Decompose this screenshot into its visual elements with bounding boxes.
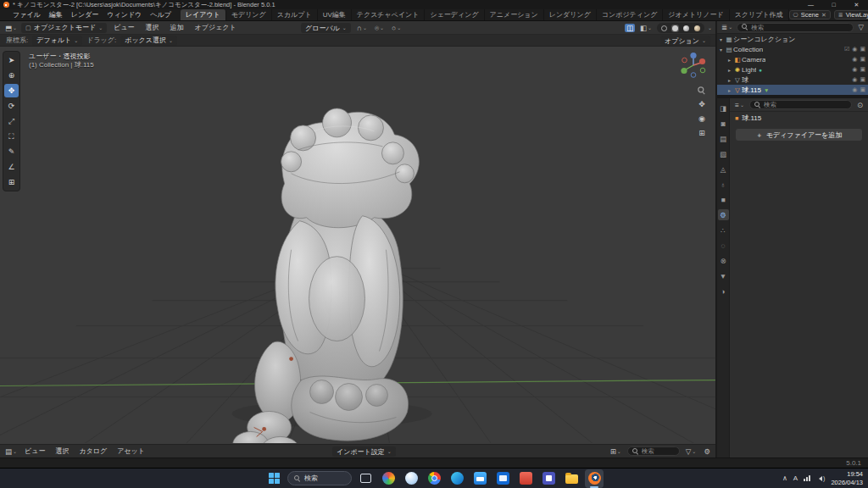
tab-texture-paint[interactable]: テクスチャペイント	[352, 9, 426, 20]
tab-particles[interactable]: ∴	[718, 225, 729, 236]
row-light[interactable]: ▸ ✺ Light ● ◉ ▣	[717, 64, 868, 75]
editor-type-button[interactable]: ⬒ ⌄	[3, 24, 19, 32]
tool-rotate[interactable]: ⟳	[4, 99, 19, 113]
tool-move[interactable]: ✥	[4, 84, 19, 97]
asset-menu-view[interactable]: ビュー	[20, 446, 49, 456]
scene-selector[interactable]: ⎔ Scene ✕	[789, 10, 831, 19]
menu-file[interactable]: ファイル	[8, 10, 45, 19]
account-button[interactable]	[379, 469, 398, 488]
eye-icon[interactable]: ◉	[852, 76, 857, 83]
camera-view-icon[interactable]: ◉	[698, 115, 705, 123]
app-red-button[interactable]	[516, 469, 535, 488]
tab-compositing[interactable]: コンポジティング	[597, 9, 664, 20]
eye-icon[interactable]: ◉	[852, 86, 857, 93]
asset-search[interactable]	[627, 446, 680, 456]
tab-physics[interactable]: ◌	[718, 240, 729, 251]
options-dropdown[interactable]: オプション ⌄	[660, 36, 710, 46]
expand-icon[interactable]: ▸	[726, 57, 733, 63]
tab-layout[interactable]: レイアウト	[181, 9, 226, 20]
overlays-button[interactable]: ◧ ⌄	[638, 24, 654, 32]
pan-hand-icon[interactable]: ✥	[698, 101, 705, 108]
tool-transform[interactable]: ⛶	[4, 130, 19, 143]
zoom-icon[interactable]	[698, 86, 706, 95]
pivot-point-button[interactable]: ⌾ ⌄	[373, 24, 386, 33]
display-mode-button[interactable]: ⊞ ⌄	[609, 447, 623, 456]
tab-uv-editing[interactable]: UV編集	[318, 9, 352, 20]
file-explorer-button[interactable]	[562, 469, 581, 488]
mode-dropdown[interactable]: ▢ オブジェクトモード ⌄	[21, 23, 107, 33]
render-visibility-icon[interactable]: ▣	[860, 76, 865, 83]
orientation-dropdown[interactable]: グローバル ⌄	[301, 23, 351, 33]
viewport-menu-view[interactable]: ビュー	[109, 23, 138, 32]
properties-editor-type-button[interactable]: ≡ ⌄	[733, 101, 746, 109]
close-button[interactable]: ✕	[845, 0, 868, 9]
ime-indicator[interactable]: A	[793, 475, 798, 482]
coord-dropdown[interactable]: デフォルト ⌄	[32, 36, 82, 46]
tab-shading[interactable]: シェーディング	[425, 9, 484, 20]
expand-icon[interactable]: ▾	[717, 36, 725, 42]
row-scene-collection[interactable]: ▾ ▦ シーンコレクション	[717, 34, 868, 44]
shading-rendered-button[interactable]	[693, 25, 701, 32]
tab-render[interactable]: ◙	[718, 118, 729, 129]
menu-window[interactable]: ウィンドウ	[103, 10, 146, 19]
maximize-button[interactable]: □	[822, 0, 845, 9]
tool-tweak[interactable]: ➤	[4, 53, 19, 67]
asset-search-input[interactable]	[642, 447, 675, 455]
tool-add-primitive[interactable]: ⊞	[4, 175, 19, 189]
navigation-gizmo[interactable]	[678, 50, 709, 80]
row-sphere-115[interactable]: ▸ ▽ 球.115 ▼ ◉ ▣	[717, 85, 868, 95]
import-settings-dropdown[interactable]: インポート設定 ⌄	[332, 446, 396, 457]
taskbar-clock[interactable]: 19:54 2026/04/13	[831, 470, 863, 487]
asset-menu-asset[interactable]: アセット	[113, 446, 149, 456]
properties-search[interactable]	[749, 100, 852, 109]
render-visibility-icon[interactable]: ▣	[860, 66, 865, 73]
expand-icon[interactable]: ▾	[717, 47, 725, 53]
scene-unlink-icon[interactable]: ✕	[821, 12, 826, 19]
toggle-ortho-icon[interactable]: ⊞	[698, 130, 705, 137]
shading-wireframe-button[interactable]	[660, 25, 668, 32]
tray-chevron-icon[interactable]: ∧	[782, 475, 787, 482]
start-button[interactable]	[264, 469, 283, 488]
asset-menu-catalog[interactable]: カタログ	[75, 446, 111, 456]
properties-pin-button[interactable]: ⊙	[855, 101, 865, 109]
row-collection[interactable]: ▾ ▤ Collection ☑ ◉ ▣	[717, 44, 868, 54]
tab-material[interactable]: ◑	[718, 286, 729, 297]
expand-icon[interactable]: ▸	[726, 87, 733, 93]
menu-render[interactable]: レンダー	[67, 10, 103, 19]
tab-output[interactable]: ▤	[718, 133, 729, 144]
shading-material-button[interactable]	[682, 25, 690, 32]
task-view-button[interactable]	[356, 469, 375, 488]
tab-scene[interactable]: ◬	[718, 164, 729, 175]
viewport-menu-add[interactable]: 追加	[166, 23, 188, 32]
outliner-editor-type-button[interactable]: ≣ ⌄	[720, 23, 734, 31]
outliner-filter-button[interactable]: ▽	[856, 23, 865, 31]
expand-icon[interactable]: ▸	[726, 77, 733, 83]
asset-menu-select[interactable]: 選択	[51, 446, 73, 456]
tab-modifiers[interactable]: ⚙	[718, 209, 729, 220]
menu-edit[interactable]: 編集	[45, 10, 67, 19]
eye-icon[interactable]: ◉	[852, 46, 857, 53]
viewport-menu-object[interactable]: オブジェクト	[191, 23, 241, 32]
eye-icon[interactable]: ◉	[852, 66, 857, 73]
network-icon[interactable]	[804, 475, 810, 481]
tool-measure[interactable]: ∠	[4, 160, 19, 174]
expand-icon[interactable]: ▸	[726, 67, 733, 73]
tab-object[interactable]: ■	[718, 194, 729, 205]
render-visibility-icon[interactable]: ▣	[860, 56, 865, 63]
eye-icon[interactable]: ◉	[852, 56, 857, 63]
chrome-button[interactable]	[425, 469, 443, 488]
tab-rendering[interactable]: レンダリング	[544, 9, 597, 20]
tool-cursor[interactable]: ⊕	[4, 69, 19, 82]
row-camera[interactable]: ▸ ◧ Camera ◉ ▣	[717, 54, 868, 64]
tab-geometry-nodes[interactable]: ジオメトリノード	[663, 9, 729, 20]
tab-tool[interactable]: ◨	[718, 103, 729, 114]
add-modifier-button[interactable]: ＋ モディファイアーを追加	[736, 129, 862, 141]
outliner-search-input[interactable]	[751, 24, 849, 31]
proportional-edit-button[interactable]: ○ ⌄	[390, 24, 403, 32]
render-visibility-icon[interactable]: ▣	[860, 46, 865, 53]
store-button[interactable]	[470, 469, 489, 488]
viewport-canvas[interactable]: ➤ ⊕ ✥ ⟳ ⤢ ⛶ ✎ ∠ ⊞ ユーザー・透視投影 (1) Collecti…	[0, 47, 715, 444]
mail-button[interactable]	[493, 469, 512, 488]
properties-search-input[interactable]	[764, 101, 847, 108]
blender-taskbar-button[interactable]	[585, 469, 604, 488]
